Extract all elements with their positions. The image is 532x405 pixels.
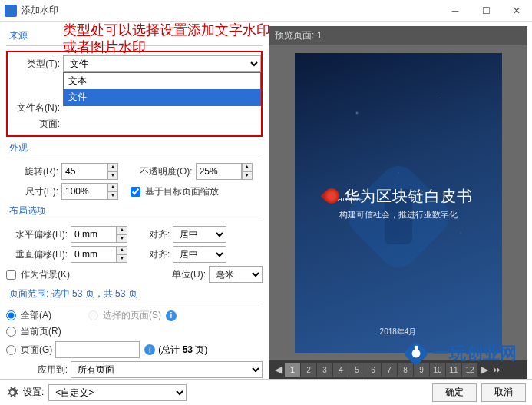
- hoffset-input[interactable]: [71, 226, 117, 243]
- doc-title: 华为区块链白皮书: [344, 186, 473, 207]
- voffset-up[interactable]: ▲: [117, 246, 127, 254]
- rotate-down[interactable]: ▼: [107, 171, 118, 180]
- type-option-text[interactable]: 文本: [64, 73, 260, 89]
- type-select[interactable]: 文件: [63, 55, 261, 72]
- svg-rect-4: [415, 346, 418, 351]
- type-dropdown-list: 文本 文件: [63, 72, 261, 106]
- apply-select[interactable]: 所有页面: [71, 361, 263, 378]
- bg-checkbox[interactable]: [6, 270, 16, 280]
- opacity-spinner[interactable]: ▲▼: [196, 163, 253, 180]
- voffset-label: 垂直偏移(H):: [6, 248, 68, 261]
- brand-overlay-text: 一玩创业网: [432, 342, 517, 365]
- size-checkbox[interactable]: [131, 187, 140, 197]
- huawei-logo: 华为区块链白皮书: [324, 186, 473, 207]
- radio-current-label[interactable]: 当前页(R): [6, 325, 61, 338]
- group-range: 页面范围: 选中 53 页，共 53 页: [9, 287, 263, 300]
- apply-label: 应用到:: [6, 364, 68, 377]
- bg-checkbox-label[interactable]: 作为背景(K): [6, 268, 70, 281]
- app-icon: [5, 5, 17, 17]
- hoffset-label: 水平偏移(H):: [6, 228, 68, 241]
- thumb-page[interactable]: 4: [333, 363, 349, 377]
- thumb-page[interactable]: 7: [382, 363, 397, 377]
- thumb-page[interactable]: 1: [285, 363, 300, 377]
- close-button[interactable]: ✕: [501, 0, 532, 22]
- valign-select[interactable]: 居中: [173, 246, 226, 263]
- rotate-spinner[interactable]: ▲▼: [61, 163, 118, 180]
- filename-label: 文件名(N):: [8, 101, 60, 115]
- minimize-button[interactable]: ─: [440, 0, 471, 22]
- type-option-file[interactable]: 文件: [64, 89, 260, 105]
- maximize-button[interactable]: ☐: [471, 0, 501, 22]
- window-title: 添加水印: [21, 4, 440, 17]
- thumb-prev[interactable]: ◀: [272, 364, 284, 375]
- rotate-label: 旋转(R):: [6, 165, 58, 178]
- info-icon-2[interactable]: i: [144, 344, 155, 355]
- thumb-page[interactable]: 6: [365, 363, 381, 377]
- group-layout: 布局选项: [9, 204, 263, 217]
- brand-logo-icon: [403, 340, 429, 367]
- size-input[interactable]: [61, 183, 107, 200]
- preview-body: 华为区块链白皮书 HUAWEI 构建可信社会，推进行业数字化 2018年4月: [269, 45, 527, 360]
- hoffset-spinner[interactable]: ▲▼: [71, 226, 127, 243]
- brand-overlay: 一玩创业网: [403, 340, 517, 367]
- opacity-down[interactable]: ▼: [242, 171, 253, 180]
- settings-panel: 来源 类型(T): 文件 文本 文件 文件名(N): 页面:: [0, 22, 269, 379]
- cancel-button[interactable]: 取消: [481, 383, 526, 402]
- rotate-up[interactable]: ▲: [107, 163, 118, 171]
- unit-select[interactable]: 毫米: [209, 266, 263, 283]
- radio-pages-label[interactable]: 页面(G): [6, 344, 52, 357]
- group-appearance: 外观: [9, 141, 263, 154]
- size-up[interactable]: ▲: [107, 183, 118, 191]
- halign-select[interactable]: 居中: [173, 226, 226, 243]
- highlight-box: 类型(T): 文件 文本 文件 文件名(N): 页面:: [6, 51, 263, 137]
- opacity-up[interactable]: ▲: [242, 163, 253, 171]
- info-icon[interactable]: i: [166, 310, 177, 321]
- opacity-input[interactable]: [196, 163, 242, 180]
- footer-bar: 设置: <自定义> 确定 取消: [0, 379, 532, 405]
- radio-selected: [88, 310, 98, 320]
- settings-label: 设置:: [23, 386, 44, 399]
- radio-current[interactable]: [6, 327, 16, 337]
- preview-title: 预览页面: 1: [269, 26, 527, 45]
- size-down[interactable]: ▼: [107, 191, 118, 200]
- size-label: 尺寸(E):: [6, 185, 58, 198]
- voffset-input[interactable]: [71, 246, 117, 263]
- valign-label: 对齐:: [149, 248, 170, 261]
- halign-label: 对齐:: [149, 228, 170, 241]
- radio-all-label[interactable]: 全部(A): [6, 309, 51, 322]
- type-label: 类型(T):: [8, 58, 60, 71]
- rotate-input[interactable]: [61, 163, 107, 180]
- page-count: (总计 53 页): [158, 344, 207, 357]
- size-checkbox-label[interactable]: 基于目标页面缩放: [131, 185, 219, 198]
- doc-subtitle: 构建可信社会，推进行业数字化: [339, 209, 458, 221]
- ok-button[interactable]: 确定: [432, 383, 477, 402]
- document-page: 华为区块链白皮书 HUAWEI 构建可信社会，推进行业数字化 2018年4月: [295, 53, 502, 353]
- thumb-page[interactable]: 2: [301, 363, 316, 377]
- title-bar: 添加水印 ─ ☐ ✕: [0, 0, 532, 22]
- voffset-spinner[interactable]: ▲▼: [71, 246, 127, 263]
- source-page-label: 页面:: [8, 118, 60, 131]
- hoffset-up[interactable]: ▲: [117, 226, 127, 234]
- group-source: 来源: [9, 29, 263, 42]
- radio-pages[interactable]: [6, 345, 16, 355]
- doc-date: 2018年4月: [380, 327, 417, 337]
- hoffset-down[interactable]: ▼: [117, 234, 127, 243]
- thumb-page[interactable]: 3: [317, 363, 332, 377]
- size-spinner[interactable]: ▲▼: [61, 183, 118, 200]
- voffset-down[interactable]: ▼: [117, 254, 127, 263]
- settings-select[interactable]: <自定义>: [48, 384, 187, 401]
- radio-selected-label: 选择的页面(S): [88, 309, 161, 322]
- opacity-label: 不透明度(O):: [140, 165, 193, 178]
- pages-input[interactable]: [55, 341, 140, 358]
- radio-all[interactable]: [6, 310, 16, 320]
- thumb-page[interactable]: 5: [349, 363, 365, 377]
- preview-panel: 预览页面: 1 华为区块链白皮书 HUAWEI 构建可信社会，推进行业数字化 2…: [269, 26, 527, 379]
- gear-icon[interactable]: [6, 387, 18, 399]
- unit-label: 单位(U):: [172, 268, 206, 281]
